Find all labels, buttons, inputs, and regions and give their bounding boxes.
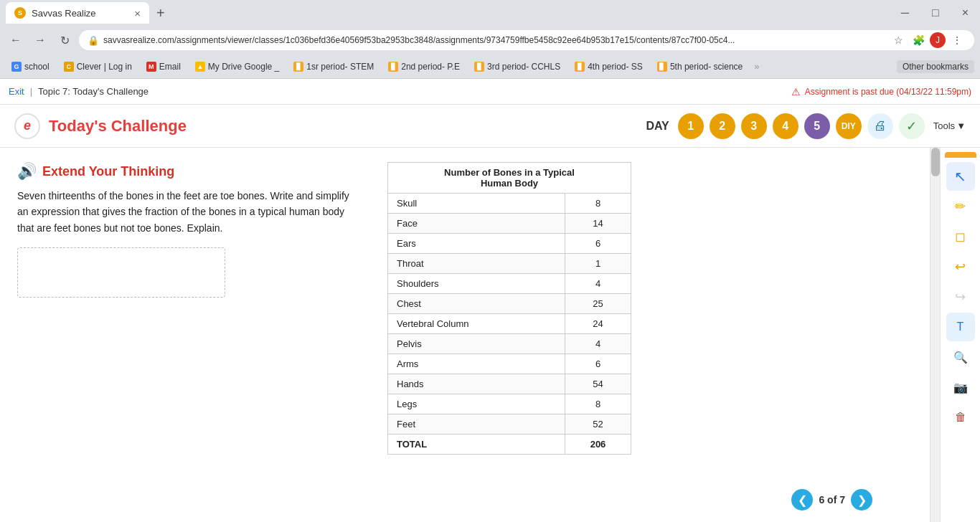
camera-tool-button[interactable]: 📷: [946, 373, 975, 402]
bones-table-container: Number of Bones in a Typical Human Body …: [387, 162, 631, 455]
clever-icon: C: [64, 62, 74, 72]
answer-input-box[interactable]: [17, 247, 225, 298]
day-label: DAY: [646, 120, 669, 133]
breadcrumb-separator: |: [30, 86, 32, 97]
bone-part: Hands: [388, 374, 565, 394]
table-row: Arms6: [388, 354, 631, 374]
bookmark-star-button[interactable]: ☆: [890, 32, 907, 49]
toolbar-panel-indicator: [945, 152, 976, 158]
minimize-button[interactable]: ─: [895, 5, 915, 21]
day-2-button[interactable]: 2: [710, 113, 735, 139]
4th-period-icon: ▊: [575, 62, 585, 72]
tools-button[interactable]: Tools ▼: [933, 120, 966, 131]
bone-count: 8: [565, 394, 631, 414]
bookmark-clever[interactable]: C Clever | Log in: [58, 60, 138, 73]
page-info: 6 of 7: [819, 494, 845, 506]
past-due-text: Assignment is past due (04/13/22 11:59pm…: [805, 87, 971, 97]
next-page-button[interactable]: ❯: [851, 489, 872, 511]
bookmark-1st-period[interactable]: ▊ 1sr period- STEM: [288, 60, 380, 73]
cursor-tool-button[interactable]: ↖: [946, 162, 975, 191]
bone-count: 4: [565, 274, 631, 294]
bookmark-school[interactable]: G school: [6, 60, 55, 73]
sound-icon[interactable]: 🔊: [17, 162, 37, 181]
address-text: savvasrealize.com/assignments/viewer/cla…: [103, 35, 885, 45]
right-toolbar: ↖ ✏ ◻ ↩ ↪ T 🔍 📷 🗑: [940, 148, 980, 522]
table-row: Ears6: [388, 234, 631, 254]
day-1-button[interactable]: 1: [678, 113, 704, 139]
bookmark-3rd-period[interactable]: ▊ 3rd period- CCHLS: [468, 60, 566, 73]
table-row: Throat1: [388, 254, 631, 274]
bone-part: Vertebral Column: [388, 314, 565, 334]
table-row: TOTAL206: [388, 435, 631, 455]
pencil-tool-button[interactable]: ✏: [946, 192, 975, 221]
table-row: Pelvis4: [388, 334, 631, 354]
exit-button[interactable]: Exit: [9, 86, 24, 97]
scrollbar[interactable]: [930, 148, 940, 522]
tab-title: Savvas Realize: [32, 8, 96, 19]
forward-button[interactable]: →: [30, 30, 50, 50]
lock-icon: 🔒: [88, 35, 99, 46]
text-tool-button[interactable]: T: [946, 313, 975, 341]
trash-tool-button[interactable]: 🗑: [946, 403, 975, 432]
logo: e: [14, 113, 40, 139]
breadcrumb: Topic 7: Today's Challenge: [38, 86, 149, 97]
bookmark-other[interactable]: Other bookmarks: [897, 60, 974, 73]
table-row: Vertebral Column24: [388, 314, 631, 334]
new-tab-button[interactable]: +: [152, 5, 169, 22]
bone-part: Shoulders: [388, 274, 565, 294]
email-icon: M: [146, 62, 156, 72]
bone-count: 25: [565, 294, 631, 314]
page-title: Today's Challenge: [49, 117, 187, 136]
table-row: Skull8: [388, 194, 631, 214]
more-options-button[interactable]: ⋮: [948, 32, 966, 49]
bookmark-5th-period[interactable]: ▊ 5th period- science: [651, 60, 748, 73]
bone-part: Chest: [388, 294, 565, 314]
back-button[interactable]: ←: [6, 30, 26, 50]
print-button[interactable]: 🖨: [867, 113, 893, 139]
bookmark-4th-period[interactable]: ▊ 4th period- SS: [569, 60, 649, 73]
close-button[interactable]: ×: [956, 5, 974, 21]
undo-tool-button[interactable]: ↩: [946, 252, 975, 281]
maximize-button[interactable]: □: [926, 5, 945, 21]
bone-part: TOTAL: [388, 435, 565, 455]
table-header: Number of Bones in a Typical Human Body: [388, 163, 631, 194]
redo-tool-button[interactable]: ↪: [946, 283, 975, 311]
day-diy-button[interactable]: DIY: [836, 113, 862, 139]
check-button[interactable]: ✓: [899, 113, 925, 139]
bone-count: 54: [565, 374, 631, 394]
day-4-button[interactable]: 4: [773, 113, 798, 139]
school-icon: G: [11, 62, 22, 72]
table-row: Legs8: [388, 394, 631, 414]
table-row: Feet52: [388, 414, 631, 435]
tab-close-btn[interactable]: ×: [134, 7, 141, 19]
eraser-tool-button[interactable]: ◻: [946, 222, 975, 251]
1st-period-icon: ▊: [293, 62, 303, 72]
bone-count: 24: [565, 314, 631, 334]
bone-count: 4: [565, 334, 631, 354]
extensions-button[interactable]: 🧩: [910, 32, 927, 49]
tools-dropdown-icon: ▼: [956, 120, 966, 131]
bone-count: 6: [565, 354, 631, 374]
day-3-button[interactable]: 3: [741, 113, 767, 139]
bookmark-email[interactable]: M Email: [141, 60, 187, 73]
bone-part: Feet: [388, 414, 565, 435]
past-due-icon: ⚠: [791, 86, 801, 98]
bone-part: Face: [388, 214, 565, 234]
profile-button[interactable]: J: [930, 32, 946, 48]
day-5-button[interactable]: 5: [804, 113, 830, 139]
table-row: Face14: [388, 214, 631, 234]
bookmark-2nd-period[interactable]: ▊ 2nd period- P.E: [382, 60, 466, 73]
zoom-tool-button[interactable]: 🔍: [946, 343, 975, 371]
bone-part: Ears: [388, 234, 565, 254]
5th-period-icon: ▊: [657, 62, 667, 72]
table-row: Chest25: [388, 294, 631, 314]
prev-page-button[interactable]: ❮: [791, 489, 813, 511]
tab-favicon: S: [14, 7, 26, 19]
table-row: Shoulders4: [388, 274, 631, 294]
question-text: Seven thirteenths of the bones in the fe…: [17, 188, 362, 236]
drive-icon: ▲: [195, 62, 205, 72]
pagination: ❮ 6 of 7 ❯: [791, 489, 872, 511]
bookmark-drive[interactable]: ▲ My Drive Google _: [189, 60, 285, 73]
bone-count: 14: [565, 214, 631, 234]
refresh-button[interactable]: ↻: [55, 30, 75, 50]
